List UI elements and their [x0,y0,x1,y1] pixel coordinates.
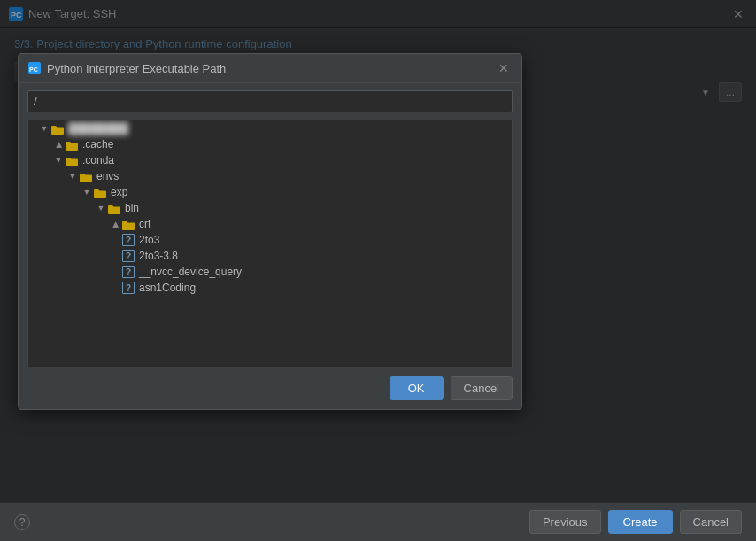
svg-text:PC: PC [29,66,38,73]
folder-root-icon [51,124,64,134]
tree-label-2to3-38: 2to3-3.8 [139,250,178,262]
chevron-crt-icon: ▶ [110,219,120,229]
tree-item-crt[interactable]: ▶ crt [35,216,505,232]
tree-label-root: ████████ [68,122,128,135]
chevron-bin-icon: ▼ [96,203,106,213]
file-asn1-icon: ? [122,282,135,294]
ok-button[interactable]: OK [390,376,444,400]
folder-bin-icon [108,204,120,213]
tree-label-cache: .cache [82,138,113,151]
bottom-right: Previous Create Cancel [529,510,742,534]
tree-item-conda[interactable]: ▼ .conda [35,152,505,168]
file-dialog-app-icon: PC [27,61,42,75]
tree-label-asn1: asn1Coding [139,282,196,294]
chevron-root-icon: ▼ [39,123,50,134]
path-input-row [19,83,521,120]
file-nvcc-icon: ? [122,266,135,278]
dialog-backdrop: PC Python Interpreter Executable Path ✕ … [0,0,756,541]
file-tree[interactable]: ▼ ████████ ▶ .cache ▼ [27,120,513,367]
folder-crt-icon [122,220,135,229]
file-dialog-title: Python Interpreter Executable Path [47,62,226,75]
file-dialog: PC Python Interpreter Executable Path ✕ … [18,53,522,410]
tree-item-nvcc[interactable]: ▶ ? __nvcc_device_query [35,264,505,280]
tree-label-conda: .conda [82,154,114,166]
tree-label-bin: bin [125,202,139,214]
chevron-conda-icon: ▼ [53,155,64,166]
file-dialog-cancel-button[interactable]: Cancel [451,376,513,400]
tree-item-cache[interactable]: ▶ .cache [35,136,505,152]
tree-item-root[interactable]: ▼ ████████ [35,120,505,136]
folder-cache-icon [66,140,78,150]
bottom-left: ? [14,514,30,530]
tree-item-exp[interactable]: ▼ exp [35,184,505,200]
tree-label-exp: exp [111,186,127,198]
tree-item-2to3-38[interactable]: ▶ ? 2to3-3.8 [35,248,505,264]
tree-item-bin[interactable]: ▼ bin [35,200,505,216]
file-dialog-title-bar: PC Python Interpreter Executable Path ✕ [19,54,521,83]
tree-label-envs: envs [96,170,119,182]
path-input[interactable] [27,90,513,112]
tree-label-nvcc: __nvcc_device_query [139,266,242,278]
file-dialog-footer: OK Cancel [19,367,521,409]
tree-item-2to3[interactable]: ▶ ? 2to3 [35,232,505,248]
folder-exp-icon [94,188,106,197]
bottom-bar: ? Previous Create Cancel [0,502,756,541]
tree-label-2to3: 2to3 [139,234,159,246]
tree-label-crt: crt [139,218,150,230]
previous-button[interactable]: Previous [529,510,601,534]
chevron-cache-icon: ▶ [53,139,64,150]
chevron-envs-icon: ▼ [67,171,78,182]
file-dialog-title-left: PC Python Interpreter Executable Path [27,61,226,75]
file-dialog-close-button[interactable]: ✕ [495,62,513,74]
help-button[interactable]: ? [14,514,30,530]
chevron-exp-icon: ▼ [81,187,92,197]
file-2to3-38-icon: ? [122,250,135,262]
file-2to3-icon: ? [122,234,135,246]
tree-item-envs[interactable]: ▼ envs [35,168,505,184]
create-button[interactable]: Create [608,510,673,534]
folder-envs-icon [80,172,92,182]
cancel-main-button[interactable]: Cancel [680,510,742,534]
tree-item-asn1[interactable]: ▶ ? asn1Coding [35,280,505,296]
folder-conda-icon [66,156,78,166]
